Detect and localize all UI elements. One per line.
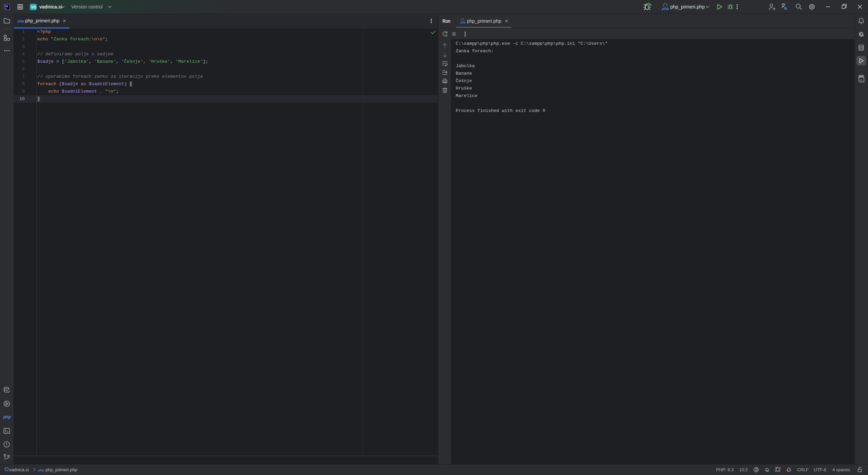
svg-text:A: A [784,6,787,11]
svg-text:PS: PS [5,5,8,7]
svg-text:php: php [17,19,24,23]
svg-text:A: A [860,78,863,82]
svg-text:php: php [38,468,44,472]
svg-text:php: php [3,415,11,419]
svg-text:VS: VS [31,5,36,9]
svg-text:php: php [460,21,466,24]
svg-text:php: php [662,6,669,11]
